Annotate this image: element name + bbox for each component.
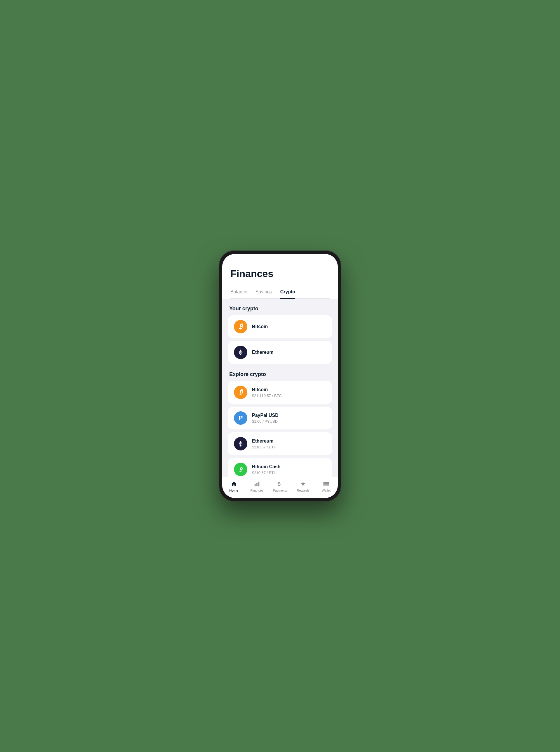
svg-text:$: $ bbox=[278, 481, 281, 487]
explore-pyusd-price: $1.00 / PYUSD bbox=[252, 419, 326, 424]
nav-finances-label: Finances bbox=[250, 489, 263, 492]
payments-icon: $ bbox=[277, 481, 283, 487]
explore-pyusd-card[interactable]: P PayPal USD $1.00 / PYUSD bbox=[228, 407, 332, 429]
nav-rewards-label: Rewards bbox=[297, 489, 309, 492]
nav-home[interactable]: Home bbox=[222, 479, 245, 493]
svg-rect-20 bbox=[323, 486, 329, 486]
svg-rect-12 bbox=[255, 484, 256, 486]
tab-balance[interactable]: Balance bbox=[231, 286, 247, 298]
finances-icon bbox=[254, 481, 260, 487]
svg-rect-14 bbox=[258, 482, 259, 487]
explore-pyusd-name: PayPal USD bbox=[252, 412, 326, 419]
explore-bch-card[interactable]: ₿ Bitcoin Cash $210.57 / BTH bbox=[228, 458, 332, 477]
svg-rect-19 bbox=[323, 485, 329, 485]
nav-wallet-label: Wallet bbox=[322, 489, 331, 492]
explore-crypto-section: Explore crypto ₿ Bitcoin $21,110.57 / BT… bbox=[222, 369, 338, 477]
owned-bitcoin-card[interactable]: ₿ Bitcoin bbox=[228, 315, 332, 338]
bitcoin-name: Bitcoin bbox=[252, 324, 326, 330]
ethereum-name: Ethereum bbox=[252, 349, 326, 355]
home-icon bbox=[231, 481, 237, 487]
explore-bch-icon: ₿ bbox=[234, 463, 247, 476]
explore-crypto-label: Explore crypto bbox=[228, 371, 332, 378]
page-title: Finances bbox=[231, 268, 329, 279]
explore-pyusd-icon: P bbox=[234, 411, 247, 425]
explore-bch-name: Bitcoin Cash bbox=[252, 464, 326, 470]
explore-bitcoin-name: Bitcoin bbox=[252, 387, 326, 393]
bottom-navigation: Home Finances $ bbox=[222, 477, 338, 498]
your-crypto-section: Your crypto ₿ Bitcoin bbox=[222, 298, 338, 369]
nav-home-label: Home bbox=[229, 489, 238, 492]
tab-savings[interactable]: Savings bbox=[256, 286, 272, 298]
explore-ethereum-name: Ethereum bbox=[252, 438, 326, 444]
top-section: Finances Balance Savings Crypto bbox=[222, 254, 338, 298]
nav-payments[interactable]: $ Payments bbox=[268, 479, 292, 493]
bitcoin-icon: ₿ bbox=[234, 320, 247, 333]
tab-crypto[interactable]: Crypto bbox=[280, 286, 296, 298]
rewards-icon bbox=[300, 481, 306, 487]
nav-finances[interactable]: Finances bbox=[245, 479, 268, 493]
explore-ethereum-price: $210.57 / ETH bbox=[252, 445, 326, 449]
owned-ethereum-card[interactable]: Ethereum bbox=[228, 341, 332, 364]
your-crypto-label: Your crypto bbox=[228, 306, 332, 312]
explore-bitcoin-icon: ₿ bbox=[234, 386, 247, 399]
svg-marker-2 bbox=[241, 353, 243, 355]
svg-marker-3 bbox=[239, 353, 241, 355]
svg-rect-18 bbox=[323, 484, 329, 485]
svg-marker-9 bbox=[239, 444, 241, 447]
phone-frame: Finances Balance Savings Crypto Your cry… bbox=[219, 250, 341, 502]
explore-bch-price: $210.57 / BTH bbox=[252, 470, 326, 475]
explore-ethereum-card[interactable]: Ethereum $210.57 / ETH bbox=[228, 432, 332, 455]
explore-ethereum-icon bbox=[234, 437, 247, 450]
nav-rewards[interactable]: Rewards bbox=[292, 479, 315, 493]
svg-marker-8 bbox=[241, 444, 243, 447]
explore-bitcoin-card[interactable]: ₿ Bitcoin $21,110.57 / BTC bbox=[228, 381, 332, 404]
wallet-icon bbox=[323, 481, 329, 487]
explore-bitcoin-price: $21,110.57 / BTC bbox=[252, 393, 326, 398]
svg-rect-17 bbox=[323, 483, 329, 484]
screen-content: Finances Balance Savings Crypto Your cry… bbox=[222, 254, 338, 477]
nav-payments-label: Payments bbox=[273, 489, 287, 492]
tab-bar: Balance Savings Crypto bbox=[231, 286, 329, 298]
svg-rect-16 bbox=[323, 482, 329, 483]
nav-wallet[interactable]: Wallet bbox=[315, 479, 338, 493]
phone-screen: Finances Balance Savings Crypto Your cry… bbox=[222, 254, 338, 498]
ethereum-icon bbox=[234, 346, 247, 359]
svg-rect-13 bbox=[256, 483, 258, 486]
